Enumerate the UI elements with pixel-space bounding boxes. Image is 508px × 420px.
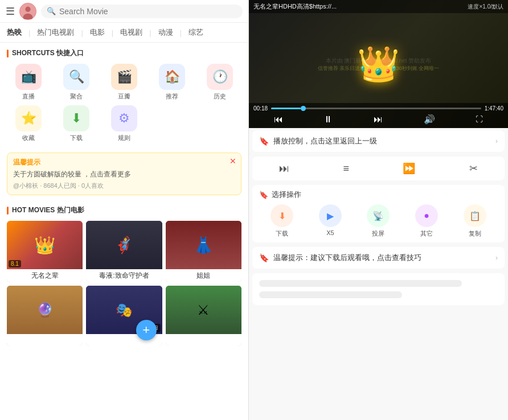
video-header: 无名之辈HDHD高清$https://... 速度×1.0/默认 — [249, 0, 508, 13]
live-icon: 📺 — [15, 64, 42, 90]
action-x5-icon: ▶ — [319, 204, 342, 227]
movie-card-5[interactable]: ⚔ — [166, 286, 241, 346]
movie-card-4[interactable]: 🎭 9月30日 + — [86, 286, 162, 346]
action-cast[interactable]: 📡 投屏 — [355, 204, 402, 238]
video-play-row: ⏮ ⏸ ⏭ 🔊 ⛶ — [253, 113, 503, 126]
movie-card-1[interactable]: 🦸 7.2 毒液:致命守护者 — [86, 221, 162, 282]
movie-thumb-5: ⚔ — [166, 286, 241, 334]
douban-icon: 🎬 — [111, 64, 137, 90]
nav-tab-movie[interactable]: 电影 — [88, 26, 107, 39]
tab-crop[interactable]: ✂ — [464, 160, 484, 177]
nav-tab-hot[interactable]: 热映 — [5, 26, 24, 39]
blurred-line-1 — [259, 280, 462, 287]
shortcut-history[interactable]: 🕐 历史 — [198, 64, 241, 101]
video-crown-icon: 👑 — [357, 44, 400, 84]
search-icon: 🔍 — [47, 7, 56, 15]
player-tabs-row: ⏭ ≡ ⏩ ✂ — [252, 157, 505, 180]
fast-forward-icon: ⏩ — [403, 162, 415, 175]
video-next-button[interactable]: ⏭ — [370, 113, 386, 126]
movie-title-0: 无名之辈 — [7, 269, 83, 282]
video-fullscreen-button[interactable]: ⛶ — [472, 114, 486, 125]
video-play-button[interactable]: ⏸ — [320, 113, 336, 126]
warning-close-button[interactable]: ✕ — [230, 157, 236, 166]
nav-tab-anime[interactable]: 动漫 — [156, 26, 175, 39]
action-other[interactable]: ● 其它 — [404, 204, 450, 238]
movie-thumb-0: 👑 8.1 — [7, 221, 83, 269]
header: ☰ 🔍 — [0, 0, 248, 23]
video-progress-fill — [271, 108, 301, 109]
blurred-line-2 — [259, 291, 402, 298]
nav-tabs: 热映 | 热门电视剧 | 电影 | 电视剧 | 动漫 | 综艺 — [0, 23, 248, 43]
shortcut-download[interactable]: ⬇ 下载 — [55, 105, 98, 142]
blurred-content — [252, 273, 505, 305]
movie-card-0[interactable]: 👑 8.1 无名之辈 — [7, 221, 83, 282]
back-nav-row[interactable]: 🔖 播放控制，点击这里返回上一级 › — [252, 130, 505, 152]
actions-grid: ⬇ 下载 ▶ X5 📡 投屏 ● 其它 📋 复制 — [259, 204, 498, 238]
shortcut-fav[interactable]: ⭐ 收藏 — [7, 105, 50, 142]
warning-content[interactable]: 关于方圆破解版的较量 ，点击查看更多 — [13, 170, 235, 179]
video-volume-button[interactable]: 🔊 — [420, 113, 439, 126]
bottom-warning-text: 温馨提示：建议下载后观看哦，点击查看技巧 — [273, 253, 495, 263]
movie-thumb-2: 👗 6.0 — [166, 221, 241, 269]
action-download-icon: ⬇ — [271, 204, 293, 227]
video-time-current: 00:18 — [253, 105, 268, 112]
video-speed: 速度×1.0/默认 — [468, 3, 503, 11]
search-bar[interactable]: 🔍 — [41, 5, 243, 18]
video-progress-row: 00:18 1:47:40 — [253, 105, 503, 112]
movie-card-2[interactable]: 👗 6.0 姐姐 — [166, 221, 241, 282]
action-copy-icon: 📋 — [464, 204, 486, 227]
action-copy[interactable]: 📋 复制 — [452, 204, 498, 238]
menu-icon[interactable]: ☰ — [6, 5, 15, 18]
settings-icon: ⚙ — [111, 105, 137, 131]
recommend-icon: 🏠 — [159, 64, 185, 90]
movies-grid: 👑 8.1 无名之辈 🦸 7.2 毒液:致命守护者 👗 — [7, 221, 241, 346]
back-nav-arrow: › — [495, 137, 498, 145]
bottom-warning-icon: 🔖 — [259, 253, 269, 262]
download-icon: ⬇ — [63, 105, 89, 131]
bottom-warning-row: 🔖 温馨提示：建议下载后观看哦，点击查看技巧 › — [259, 253, 498, 263]
shortcut-settings[interactable]: ⚙ 规则 — [103, 105, 146, 142]
tab-next[interactable]: ⏭ — [273, 160, 295, 177]
shortcut-douban[interactable]: 🎬 豆瓣 — [103, 64, 146, 101]
video-time-total: 1:47:40 — [485, 105, 503, 112]
back-nav-panel: 🔖 播放控制，点击这里返回上一级 › — [252, 130, 505, 152]
shortcut-live[interactable]: 📺 直播 — [7, 64, 50, 101]
right-panel: 无名之辈HDHD高清$https://... 速度×1.0/默认 👑 本片由 澳… — [249, 0, 508, 420]
search-input[interactable] — [59, 7, 237, 16]
crop-icon: ✂ — [469, 162, 478, 175]
actions-section: 🔖 选择操作 ⬇ 下载 ▶ X5 📡 投屏 ● 其它 📋 复制 — [252, 185, 505, 242]
action-download[interactable]: ⬇ 下载 — [259, 204, 305, 238]
video-controls-bar: 00:18 1:47:40 ⏮ ⏸ ⏭ 🔊 ⛶ — [249, 103, 508, 128]
nav-tab-drama[interactable]: 电视剧 — [118, 26, 145, 39]
list-icon: ≡ — [343, 163, 350, 175]
back-nav-text: 播放控制，点击这里返回上一级 — [273, 136, 495, 146]
actions-title: 🔖 选择操作 — [259, 190, 498, 200]
video-prev-button[interactable]: ⏮ — [271, 113, 286, 126]
video-progress-dot — [301, 106, 306, 111]
add-button[interactable]: + — [136, 320, 157, 340]
bottom-warning-panel[interactable]: 🔖 温馨提示：建议下载后观看哦，点击查看技巧 › — [252, 247, 505, 269]
nav-tab-tv[interactable]: 热门电视剧 — [35, 26, 76, 39]
movie-title-5 — [166, 334, 241, 346]
video-title: 无名之辈HDHD高清$https://... — [253, 2, 337, 11]
tab-list[interactable]: ≡ — [338, 160, 355, 177]
aggregate-icon: 🔍 — [63, 64, 89, 90]
action-cast-icon: 📡 — [367, 204, 390, 227]
video-progress-track[interactable] — [271, 108, 481, 109]
hot-movies-title: HOT MOVIES 热门电影 — [7, 205, 241, 215]
avatar[interactable] — [19, 3, 36, 20]
movie-title-2: 姐姐 — [166, 269, 241, 282]
movie-title-3 — [7, 334, 83, 346]
shortcut-aggregate[interactable]: 🔍 聚合 — [55, 64, 98, 101]
bookmark-icon-2: 🔖 — [259, 191, 268, 199]
svg-point-1 — [25, 6, 30, 11]
nav-tab-variety[interactable]: 综艺 — [186, 26, 206, 39]
video-player: 无名之辈HDHD高清$https://... 速度×1.0/默认 👑 本片由 澳… — [249, 0, 508, 128]
skip-next-icon: ⏭ — [279, 163, 289, 175]
warning-title: 温馨提示 — [13, 158, 235, 167]
shortcut-recommend[interactable]: 🏠 推荐 — [150, 64, 194, 101]
shortcuts-section: SHORTCUTS 快捷入口 📺 直播 🔍 聚合 🎬 豆瓣 🏠 推荐 🕐 历史 — [0, 43, 248, 148]
tab-speed[interactable]: ⏩ — [397, 160, 421, 177]
movie-card-3[interactable]: 🔮 — [7, 286, 83, 346]
action-x5[interactable]: ▶ X5 — [308, 204, 354, 238]
